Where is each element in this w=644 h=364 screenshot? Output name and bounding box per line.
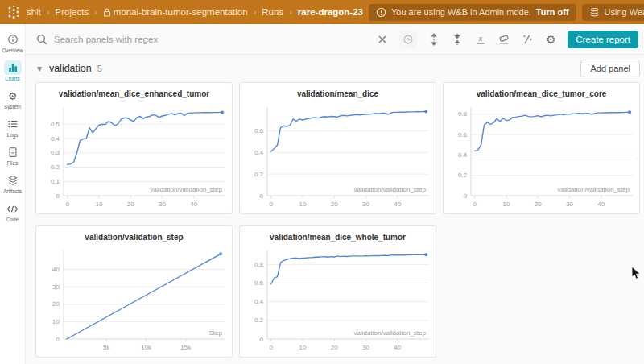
chart-panel-validation-step[interactable]: validation/validation_step 0102030405k10… — [35, 225, 233, 358]
panel-search[interactable] — [35, 33, 365, 46]
svg-text:0: 0 — [269, 344, 273, 351]
x-axis-label: validation/validation_step — [354, 329, 426, 337]
svg-text:0: 0 — [56, 336, 60, 343]
files-document-icon — [4, 145, 22, 159]
svg-text:10: 10 — [299, 201, 307, 208]
x-axis-label: validation/validation_step — [354, 186, 426, 193]
admin-banner-text: You are using W&B in Admin mode. — [391, 7, 531, 17]
chart-title: validation/validation_step — [36, 231, 232, 246]
admin-turn-off-button[interactable]: Turn off — [536, 7, 569, 17]
svg-text:40: 40 — [394, 201, 401, 208]
chart-title: validation/mean_dice_enhanced_tumor — [36, 88, 232, 102]
sidebar-item-logs[interactable]: Logs — [0, 115, 26, 139]
svg-text:30: 30 — [52, 283, 60, 291]
validation-section-header: ▼ validation 5 Add panel — [35, 55, 640, 82]
alert-circle-icon — [376, 7, 386, 18]
svg-text:40: 40 — [52, 266, 60, 273]
sidebar-item-system[interactable]: ⚙ System — [0, 87, 26, 111]
chart-panel-mean-dice-tumor-core[interactable]: validation/mean_dice_tumor_core 00.20.40… — [443, 82, 640, 214]
svg-text:0.6: 0.6 — [458, 131, 468, 139]
expand-panels-icon[interactable] — [427, 33, 440, 46]
svg-text:20: 20 — [331, 344, 338, 351]
svg-text:30: 30 — [566, 201, 573, 208]
svg-text:0.2: 0.2 — [458, 172, 468, 179]
svg-text:0: 0 — [269, 201, 273, 208]
smoothing-magic-icon[interactable] — [521, 33, 534, 46]
logs-list-icon — [4, 117, 22, 131]
create-report-button[interactable]: Create report — [568, 31, 638, 48]
svg-text:0.4: 0.4 — [458, 151, 468, 159]
sidebar-item-files[interactable]: Files — [0, 143, 26, 168]
search-panels-input[interactable] — [54, 35, 365, 44]
svg-text:10: 10 — [503, 201, 510, 208]
svg-text:15k: 15k — [180, 344, 192, 351]
charts-bar-icon — [4, 60, 22, 75]
svg-text:40: 40 — [394, 344, 401, 351]
sidebar-item-overview[interactable]: Overview — [0, 31, 26, 55]
svg-text:20: 20 — [52, 300, 60, 308]
svg-text:0.6: 0.6 — [254, 127, 264, 134]
artifacts-layers-icon — [4, 173, 22, 188]
svg-text:0: 0 — [464, 192, 468, 200]
svg-text:0.2: 0.2 — [254, 316, 264, 324]
svg-text:x: x — [478, 34, 483, 43]
chart-panel-mean-dice-enhanced-tumor[interactable]: validation/mean_dice_enhanced_tumor 00.1… — [35, 82, 233, 214]
breadcrumb-project[interactable]: monai-brain-tumor-segmentation — [103, 7, 248, 17]
line-chart: 00.10.20.30.40.5010203040 — [36, 102, 232, 212]
chart-panel-mean-dice-whole-tumor[interactable]: validation/mean_dice_whole_tumor 00.20.4… — [239, 225, 436, 358]
svg-text:30: 30 — [159, 201, 166, 208]
svg-text:0.4: 0.4 — [254, 298, 264, 305]
collapse-panels-icon[interactable] — [451, 33, 464, 46]
chart-panel-mean-dice[interactable]: validation/mean_dice 00.20.40.6010203040… — [239, 82, 436, 214]
search-icon — [35, 33, 48, 46]
breadcrumb-projects[interactable]: Projects — [56, 7, 89, 17]
eraser-outliers-icon[interactable] — [497, 33, 510, 46]
svg-text:0.2: 0.2 — [51, 163, 60, 171]
sidebar-item-code[interactable]: Code — [0, 200, 26, 224]
x-axis-label: Step — [209, 329, 222, 337]
svg-text:10k: 10k — [141, 344, 152, 351]
svg-text:0: 0 — [56, 192, 60, 200]
line-chart: 00.20.40.60.8010203040 — [444, 102, 639, 212]
section-title[interactable]: validation — [49, 63, 92, 74]
svg-text:0: 0 — [260, 192, 264, 200]
svg-text:20: 20 — [127, 201, 134, 208]
workspace-settings-gear-icon[interactable]: ⚙ — [544, 33, 557, 46]
panel-history-icon[interactable] — [399, 31, 417, 48]
svg-text:0.3: 0.3 — [51, 149, 60, 156]
breadcrumb-entity[interactable]: shit — [27, 7, 41, 17]
svg-text:30: 30 — [362, 344, 369, 351]
breadcrumb-separator: › — [289, 7, 292, 17]
svg-text:0.4: 0.4 — [254, 149, 264, 156]
weave-banner-text: Using Weave 1.0 — [605, 7, 644, 17]
line-chart: 00.20.40.6010203040 — [240, 102, 436, 212]
panels-toolbar: x ⚙ Create report — [26, 24, 644, 55]
overview-info-icon — [4, 32, 22, 47]
svg-text:0: 0 — [473, 201, 477, 208]
sidebar-item-charts[interactable]: Charts — [0, 59, 26, 83]
x-axis-label: validation/validation_step — [151, 186, 222, 193]
svg-text:0.6: 0.6 — [254, 279, 264, 287]
svg-text:10: 10 — [96, 201, 103, 208]
x-axis-settings-icon[interactable]: x — [474, 33, 487, 46]
svg-text:0.8: 0.8 — [254, 261, 264, 268]
svg-text:20: 20 — [331, 201, 338, 208]
svg-text:20: 20 — [535, 201, 542, 208]
chart-title: validation/mean_dice_whole_tumor — [240, 231, 436, 246]
x-axis-label: validation/validation_step — [558, 186, 630, 193]
workspace-content: ▼ validation 5 Add panel validation/mean… — [26, 55, 644, 364]
section-collapse-chevron-icon[interactable]: ▼ — [35, 64, 43, 73]
sidebar-item-artifacts[interactable]: Artifacts — [0, 172, 26, 196]
wandb-logo-icon[interactable] — [6, 5, 21, 19]
admin-mode-banner[interactable]: You are using W&B in Admin mode. Turn of… — [369, 4, 576, 21]
clear-search-icon[interactable] — [376, 33, 389, 46]
svg-text:5k: 5k — [103, 344, 110, 351]
system-gear-icon: ⚙ — [4, 89, 22, 103]
breadcrumb-run-name[interactable]: rare-dragon-23 — [298, 7, 363, 17]
svg-text:0: 0 — [260, 336, 264, 343]
weave-banner[interactable]: Using Weave 1.0 Turn off — [582, 4, 644, 21]
add-panel-button[interactable]: Add panel — [580, 60, 640, 77]
breadcrumb-separator: › — [47, 7, 50, 17]
svg-text:40: 40 — [190, 201, 197, 208]
breadcrumb-runs[interactable]: Runs — [262, 7, 283, 17]
